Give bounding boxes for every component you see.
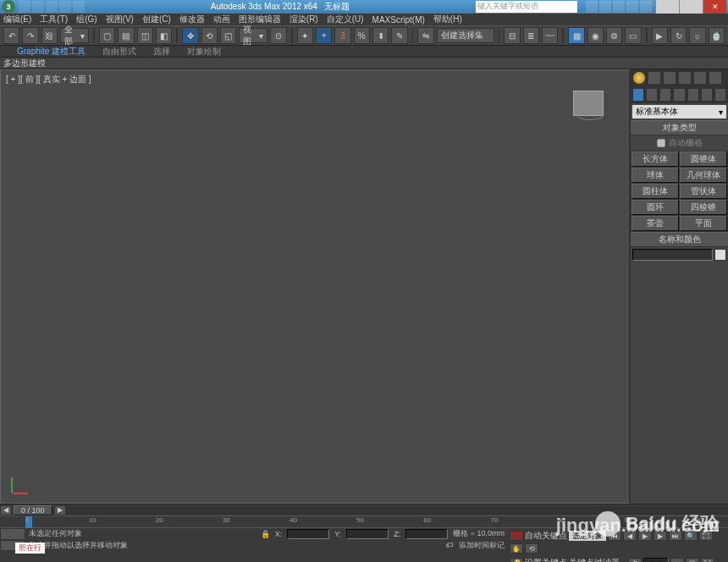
qat-new-icon[interactable] <box>19 1 30 13</box>
helpers-icon[interactable] <box>687 88 699 102</box>
cameras-icon[interactable] <box>673 88 685 102</box>
rotate-icon[interactable]: ⟲ <box>201 27 218 44</box>
edit-named-icon[interactable]: ✎ <box>391 27 407 44</box>
frame-indicator[interactable]: 0 / 100 <box>14 505 52 515</box>
menu-modifiers[interactable]: 修改器 <box>179 14 205 25</box>
render-iter-icon[interactable]: ↻ <box>670 27 687 44</box>
search-icon[interactable] <box>586 1 598 13</box>
rollout-object-type[interactable]: 对象类型 <box>631 120 728 135</box>
add-time-tag[interactable]: 添加时间标记 <box>459 540 505 551</box>
btn-sphere[interactable]: 球体 <box>631 168 679 183</box>
help-icon[interactable] <box>640 1 652 13</box>
exchange-icon[interactable] <box>613 1 625 13</box>
select-icon[interactable]: ▢ <box>99 27 115 44</box>
current-frame-input[interactable] <box>643 558 669 562</box>
category-dropdown[interactable]: 标准基本体▾ <box>632 105 726 118</box>
render-setup-icon[interactable]: ⚙ <box>606 27 622 44</box>
render-prod-icon[interactable]: ▶ <box>652 27 668 44</box>
material-editor-icon[interactable]: ◉ <box>587 27 604 44</box>
tab-graphite[interactable]: Graphite 建模工具 <box>17 46 85 58</box>
motion-tab-icon[interactable] <box>678 71 692 85</box>
systems-icon[interactable] <box>714 88 726 102</box>
viewport-front[interactable]: [ + ][ 前 ][ 真实 + 边面 ] <box>0 69 631 504</box>
qat-save-icon[interactable] <box>46 1 58 13</box>
tab-freeform[interactable]: 自由形式 <box>102 46 136 58</box>
time-config-icon[interactable]: ⏱ <box>628 558 642 562</box>
help-search-input[interactable]: 键入关键字或短语 <box>476 1 577 13</box>
menu-customize[interactable]: 自定义(U) <box>327 14 364 25</box>
object-name-input[interactable] <box>632 249 713 261</box>
move-icon[interactable]: ✥ <box>182 27 198 44</box>
schematic-icon[interactable]: ▦ <box>568 27 584 44</box>
btn-cylinder[interactable]: 圆柱体 <box>631 184 679 199</box>
angle-snap-icon[interactable]: 3 <box>334 27 350 44</box>
redo-icon[interactable]: ↷ <box>22 27 38 44</box>
minilistener-macro-icon[interactable] <box>0 528 25 540</box>
menu-help[interactable]: 帮助(H) <box>433 14 462 25</box>
pivot-icon[interactable]: ⊙ <box>270 27 286 44</box>
btn-pyramid[interactable]: 四棱锥 <box>680 200 727 215</box>
qat-undo-icon[interactable] <box>59 1 71 13</box>
app-icon[interactable]: 3 <box>2 0 15 14</box>
close-button[interactable]: ✕ <box>703 0 726 14</box>
render-frame-icon[interactable]: ▭ <box>625 27 641 44</box>
geometry-icon[interactable] <box>632 88 644 102</box>
render-activeshade-icon[interactable]: ☼ <box>689 27 705 44</box>
btn-box[interactable]: 长方体 <box>631 152 679 167</box>
tag-icon[interactable]: 🏷 <box>446 541 454 549</box>
btn-tube[interactable]: 管状体 <box>680 184 727 199</box>
hierarchy-tab-icon[interactable] <box>663 71 676 85</box>
percent-snap-icon[interactable]: % <box>354 27 370 44</box>
create-tab-icon[interactable] <box>632 71 646 85</box>
spacewarps-icon[interactable] <box>701 88 713 102</box>
nav-pan-icon[interactable]: ✋ <box>510 543 523 554</box>
menu-rendering[interactable]: 渲染(R) <box>290 14 318 25</box>
named-selection-dropdown[interactable]: 创建选择集 <box>437 28 494 43</box>
nav-zoomext-icon[interactable]: ◲ <box>686 558 699 562</box>
lights-icon[interactable] <box>659 88 671 102</box>
menu-maxscript[interactable]: MAXScript(M) <box>372 15 425 25</box>
tab-objectpaint[interactable]: 对象绘制 <box>187 46 221 58</box>
curve-editor-icon[interactable]: 〰 <box>542 27 558 44</box>
link-icon[interactable]: ⛓ <box>41 27 58 44</box>
z-input[interactable] <box>405 529 448 539</box>
btn-teapot[interactable]: 茶壶 <box>631 216 679 231</box>
qat-open-icon[interactable] <box>32 1 44 13</box>
object-color-swatch[interactable] <box>714 249 726 261</box>
spinner-snap-icon[interactable]: ⬍ <box>372 27 389 44</box>
lock-icon[interactable]: 🔒 <box>261 530 270 538</box>
viewport-label[interactable]: [ + ][ 前 ][ 真实 + 边面 ] <box>6 74 91 85</box>
nav-fov-icon[interactable]: ▱ <box>670 558 684 562</box>
layers-icon[interactable]: ≣ <box>523 27 539 44</box>
manipulate-icon[interactable]: ✦ <box>297 27 313 44</box>
viewcube-icon[interactable] <box>573 91 604 116</box>
subscription-icon[interactable] <box>599 1 611 13</box>
align-icon[interactable]: ⊟ <box>504 27 520 44</box>
select-name-icon[interactable]: ▤ <box>118 27 134 44</box>
autogrid-checkbox[interactable]: 自动栅格 <box>631 135 728 151</box>
btn-cone[interactable]: 圆锥体 <box>680 152 727 167</box>
display-tab-icon[interactable] <box>693 71 707 85</box>
menu-create[interactable]: 创建(C) <box>142 14 171 25</box>
maximize-button[interactable]: □ <box>679 0 703 14</box>
scale-icon[interactable]: ◱ <box>220 27 236 44</box>
favorites-icon[interactable] <box>626 1 638 13</box>
refcoord-dropdown[interactable]: 视图 ▾ <box>239 28 267 43</box>
autokey-button[interactable] <box>510 531 523 541</box>
shapes-icon[interactable] <box>646 88 658 102</box>
menu-animation[interactable]: 动画 <box>213 14 230 25</box>
btn-geosphere[interactable]: 几何球体 <box>680 168 727 183</box>
prev-frame-icon[interactable]: ◀ <box>0 505 12 515</box>
nav-maximize-icon[interactable]: ⛶ <box>701 558 714 562</box>
qat-redo-icon[interactable] <box>73 1 85 13</box>
menu-edit[interactable]: 编辑(E) <box>3 14 31 25</box>
y-input[interactable] <box>346 529 389 539</box>
tab-selection[interactable]: 选择 <box>153 46 170 58</box>
window-crossing-icon[interactable]: ◧ <box>156 27 172 44</box>
menu-view[interactable]: 视图(V) <box>106 14 134 25</box>
minimize-button[interactable]: ‒ <box>655 0 679 14</box>
undo-icon[interactable]: ↶ <box>3 27 19 44</box>
mirror-icon[interactable]: ⇋ <box>417 27 433 44</box>
utilities-tab-icon[interactable] <box>709 71 722 85</box>
btn-plane[interactable]: 平面 <box>680 216 727 231</box>
